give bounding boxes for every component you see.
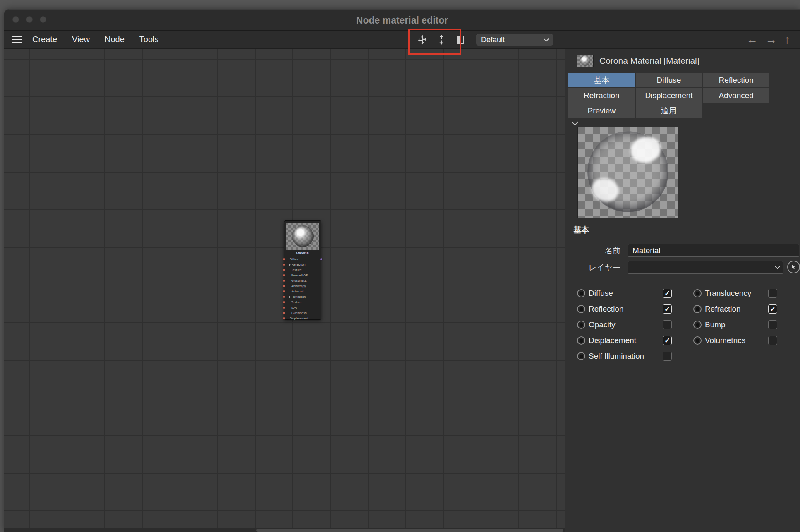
node-port[interactable]: Glossiness bbox=[284, 310, 321, 316]
menu-node[interactable]: Node bbox=[105, 35, 125, 44]
tab-reflection[interactable]: Reflection bbox=[703, 73, 769, 87]
tab-apply[interactable]: 適用 bbox=[636, 103, 702, 118]
layer-picker-button[interactable] bbox=[787, 261, 800, 273]
titlebar: Node material editor bbox=[4, 9, 800, 31]
node-port[interactable]: IOR bbox=[284, 305, 321, 310]
material-node-title: Material bbox=[284, 250, 321, 256]
channel-radio[interactable] bbox=[577, 352, 585, 360]
collapse-chevron-icon[interactable] bbox=[572, 119, 579, 126]
channel-radio[interactable] bbox=[577, 305, 585, 313]
forward-arrow-icon[interactable]: → bbox=[765, 31, 777, 49]
layer-dropdown-value bbox=[628, 261, 772, 273]
channel-radio[interactable] bbox=[693, 305, 702, 313]
channel-radio[interactable] bbox=[577, 336, 585, 345]
port-dot-icon[interactable] bbox=[283, 301, 285, 304]
port-dot-icon[interactable] bbox=[283, 285, 285, 288]
tab-advanced[interactable]: Advanced bbox=[703, 88, 769, 103]
channel-checkbox[interactable] bbox=[768, 320, 777, 329]
material-node[interactable]: Material Diffuse Reflection Texture bbox=[284, 220, 321, 320]
channel-radio[interactable] bbox=[577, 289, 585, 297]
name-field-label: 名前 bbox=[565, 245, 620, 256]
port-dot-icon[interactable] bbox=[283, 268, 285, 271]
port-dot-icon[interactable] bbox=[283, 290, 285, 293]
node-port[interactable]: Anisotropy bbox=[284, 283, 321, 289]
channel-checkbox[interactable] bbox=[768, 304, 777, 314]
node-port[interactable]: Displacement bbox=[284, 316, 321, 321]
node-port[interactable]: Fresnel IOR bbox=[284, 273, 321, 278]
node-graph-canvas[interactable]: Material Diffuse Reflection Texture bbox=[4, 49, 565, 532]
channel-checkbox[interactable] bbox=[663, 352, 672, 361]
node-port[interactable]: Glossiness bbox=[284, 278, 321, 283]
menu-tools[interactable]: Tools bbox=[139, 35, 159, 44]
port-dot-icon[interactable] bbox=[283, 258, 285, 261]
port-dot-icon[interactable] bbox=[283, 263, 285, 266]
attribute-panel: Corona Material [Material] 基本 Diffuse Re… bbox=[565, 49, 800, 532]
tab-preview[interactable]: Preview bbox=[568, 103, 635, 118]
tab-diffuse[interactable]: Diffuse bbox=[636, 73, 702, 87]
port-dot-icon[interactable] bbox=[283, 317, 285, 320]
tab-displacement[interactable]: Displacement bbox=[636, 88, 702, 103]
material-thumbnail-icon bbox=[577, 55, 594, 67]
chevron-down-icon bbox=[775, 264, 780, 269]
channel-row: Displacement Volumetrics bbox=[565, 333, 800, 348]
output-port-dot[interactable] bbox=[320, 258, 323, 261]
channel-list: Diffuse Translucency Reflection Refracti… bbox=[565, 285, 800, 364]
chevron-down-icon bbox=[544, 36, 549, 42]
toolbar-icon-group bbox=[416, 31, 467, 49]
port-dot-icon[interactable] bbox=[283, 306, 285, 309]
layer-row: レイヤー bbox=[565, 261, 800, 275]
channel-checkbox[interactable] bbox=[663, 289, 672, 298]
channel-row: Reflection Refraction bbox=[565, 301, 800, 317]
toggle-panel-icon[interactable] bbox=[454, 34, 467, 46]
channel-row: Self Illumination bbox=[565, 348, 800, 364]
material-preview bbox=[577, 127, 678, 218]
layer-dropdown-button[interactable] bbox=[772, 261, 783, 273]
channel-checkbox[interactable] bbox=[768, 289, 777, 298]
material-header: Corona Material [Material] bbox=[577, 53, 699, 69]
material-tabs: 基本 Diffuse Reflection Refraction Displac… bbox=[568, 73, 769, 118]
node-port[interactable]: Diffuse bbox=[284, 256, 321, 262]
material-header-label: Corona Material [Material] bbox=[599, 56, 699, 66]
port-dot-icon[interactable] bbox=[283, 295, 285, 298]
scrollbar-handle[interactable] bbox=[256, 529, 563, 532]
channel-radio[interactable] bbox=[693, 289, 702, 297]
channel-row: Opacity Bump bbox=[565, 317, 800, 333]
menu-view[interactable]: View bbox=[72, 35, 90, 44]
picker-arrow-icon bbox=[790, 264, 797, 271]
tab-basic[interactable]: 基本 bbox=[568, 73, 635, 87]
fit-vertical-icon[interactable] bbox=[435, 34, 448, 46]
menu-create[interactable]: Create bbox=[32, 35, 57, 44]
node-port[interactable]: Texture bbox=[284, 300, 321, 305]
material-name-input[interactable] bbox=[628, 244, 799, 257]
channel-checkbox[interactable] bbox=[768, 336, 777, 345]
back-arrow-icon[interactable]: ← bbox=[746, 31, 758, 49]
up-arrow-icon[interactable]: ↑ bbox=[784, 31, 790, 49]
port-dot-icon[interactable] bbox=[283, 274, 285, 277]
move-tool-icon[interactable] bbox=[416, 34, 429, 46]
node-material-editor-window: Node material editor Create View Node To… bbox=[4, 9, 800, 532]
layer-dropdown[interactable] bbox=[628, 261, 783, 274]
channel-radio[interactable] bbox=[693, 336, 702, 345]
node-port[interactable]: Texture bbox=[284, 267, 321, 273]
channel-checkbox[interactable] bbox=[663, 336, 672, 345]
tab-refraction[interactable]: Refraction bbox=[568, 88, 635, 103]
hamburger-menu-icon[interactable] bbox=[12, 36, 22, 43]
node-port[interactable]: Reflection bbox=[284, 262, 321, 267]
channel-checkbox[interactable] bbox=[663, 320, 672, 329]
node-port[interactable]: Refraction bbox=[284, 294, 321, 300]
port-dot-icon[interactable] bbox=[283, 279, 285, 282]
expand-icon[interactable] bbox=[289, 296, 291, 298]
preview-sphere bbox=[587, 131, 668, 212]
port-dot-icon[interactable] bbox=[283, 312, 285, 314]
preset-dropdown-value: Default bbox=[481, 36, 544, 44]
node-port[interactable]: Aniso rot. bbox=[284, 289, 321, 294]
name-row: 名前 bbox=[565, 244, 800, 258]
expand-icon[interactable] bbox=[289, 264, 291, 266]
preset-dropdown[interactable]: Default bbox=[476, 34, 553, 46]
channel-checkbox[interactable] bbox=[663, 304, 672, 314]
history-nav: ← → ↑ bbox=[746, 31, 800, 49]
material-node-thumbnail bbox=[286, 223, 319, 250]
channel-radio[interactable] bbox=[693, 321, 702, 329]
channel-radio[interactable] bbox=[577, 321, 585, 329]
horizontal-scrollbar[interactable] bbox=[4, 528, 565, 532]
